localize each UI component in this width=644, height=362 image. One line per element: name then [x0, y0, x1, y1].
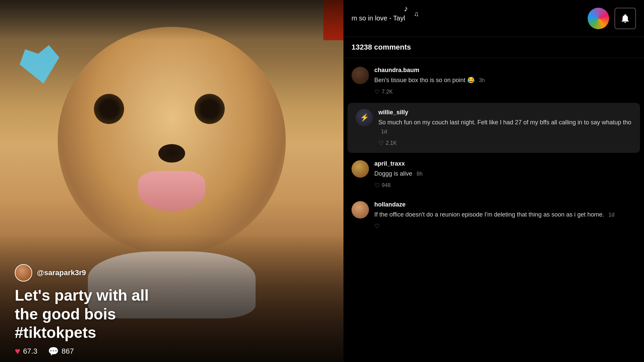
time-ago: 1d	[608, 212, 614, 218]
comment-text: So much fun on my couch last night. Felt…	[378, 118, 632, 136]
likes-count: 7.2K	[382, 89, 393, 95]
comment-username: hollandaze	[374, 201, 636, 208]
avatar	[15, 264, 32, 282]
profile-disc[interactable]	[588, 8, 609, 29]
time-ago: 3h	[479, 77, 485, 83]
avatar	[352, 160, 369, 178]
song-info: m so in love - Tayl	[352, 14, 582, 22]
comment-item: hollandaze If the office doesn't do a re…	[343, 195, 644, 236]
time-ago: 8h	[417, 171, 423, 177]
video-caption: Let's party with all the good bois #tikt…	[15, 286, 329, 342]
comment-text: Doggg is alive 8h	[374, 169, 636, 178]
video-panel: @sarapark3r9 Let's party with all the go…	[0, 0, 343, 362]
comments-total: 13238 comments	[352, 43, 411, 51]
comments-count: 867	[61, 347, 74, 356]
heart-icon: ♥	[15, 346, 20, 357]
user-info: @sarapark3r9	[15, 264, 86, 282]
comment-item: chaundra.baum Ben's tissue box tho is so…	[343, 61, 644, 102]
comment-likes[interactable]: ♡ 948	[374, 182, 391, 189]
comments-stat[interactable]: 💬 867	[48, 346, 74, 357]
heart-icon: ♡	[374, 182, 380, 189]
comments-list[interactable]: chaundra.baum Ben's tissue box tho is so…	[343, 58, 644, 362]
comment-body: april_traxx Doggg is alive 8h ♡ 948	[374, 160, 636, 189]
stats-bar: ♥ 67.3 💬 867	[15, 346, 74, 357]
comment-body: chaundra.baum Ben's tissue box tho is so…	[374, 67, 636, 96]
comment-meta: ♡ 7.2K	[374, 88, 636, 96]
avatar	[352, 67, 369, 84]
comment-likes[interactable]: ♡ 7.2K	[374, 88, 393, 96]
avatar	[352, 201, 369, 219]
comment-text: Ben's tissue box tho is so on point 😂 3h	[374, 76, 636, 85]
heart-icon: ♡	[374, 223, 380, 230]
comment-meta: ♡ 948	[374, 182, 636, 189]
comment-meta: ♡ 2.1K	[378, 139, 632, 147]
comment-username: willie_silly	[378, 109, 632, 116]
comment-icon: 💬	[48, 346, 59, 357]
comment-item: april_traxx Doggg is alive 8h ♡ 948	[343, 154, 644, 195]
comment-text: If the office doesn't do a reunion episo…	[374, 210, 636, 219]
username: @sarapark3r9	[37, 268, 86, 277]
comment-body: willie_silly So much fun on my couch las…	[378, 109, 632, 147]
likes-count: 67.3	[23, 347, 38, 356]
music-note-icon-2: ♫	[414, 10, 419, 18]
likes-count: 2.1K	[386, 140, 397, 146]
time-ago: 1d	[381, 129, 387, 134]
comments-panel: ♪ ♫ m so in love - Tayl 13238 comments c…	[343, 0, 644, 362]
likes-count: 948	[382, 182, 391, 188]
top-bar: ♪ ♫ m so in love - Tayl	[343, 0, 644, 37]
avatar: ⚡	[356, 109, 373, 126]
music-note-icon: ♪	[404, 4, 408, 13]
heart-icon: ♡	[378, 139, 384, 147]
comments-count-bar: 13238 comments	[343, 37, 644, 58]
comment-body: hollandaze If the office doesn't do a re…	[374, 201, 636, 230]
comment-meta: ♡	[374, 223, 636, 230]
likes-stat[interactable]: ♥ 67.3	[15, 346, 37, 357]
comment-likes[interactable]: ♡ 2.1K	[378, 139, 397, 147]
comment-item-highlighted: ⚡ willie_silly So much fun on my couch l…	[347, 103, 640, 153]
comment-username: chaundra.baum	[374, 67, 636, 74]
comment-username: april_traxx	[374, 160, 636, 167]
notification-button[interactable]	[614, 8, 636, 29]
bell-icon	[620, 13, 631, 24]
comment-likes[interactable]: ♡	[374, 223, 380, 230]
heart-icon: ♡	[374, 88, 380, 96]
